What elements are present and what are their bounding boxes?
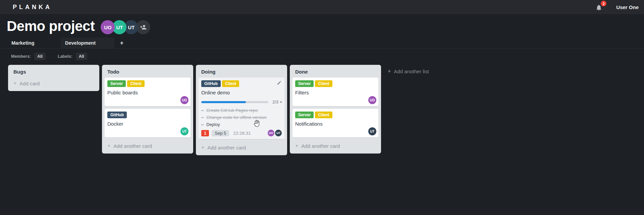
task-dash: – (201, 108, 204, 113)
chevron-down-icon[interactable]: ▾ (280, 100, 282, 104)
cards-container: GitHub Client Online demo 2/3 ▾ – (196, 78, 287, 139)
label-row: Server Client (295, 80, 376, 87)
topbar-right: 2 User One (595, 3, 639, 11)
top-bar: PLANKA 2 User One (0, 0, 644, 14)
list-header: Done (290, 65, 381, 78)
tasks-progress: 2/3 ▾ (201, 99, 282, 104)
card-notification-badge: 1 (201, 130, 209, 136)
list-done: Done Server Client Filters UO Server Cli… (290, 65, 381, 154)
board-tabs: Marketing Development + (0, 38, 644, 49)
list-todo: Todo Server Client Public boards UO GitH… (102, 65, 193, 154)
card-label[interactable]: Client (315, 80, 332, 87)
avatar[interactable]: UT (368, 127, 376, 135)
add-board-button[interactable]: + (114, 38, 129, 48)
task-item[interactable]: – Change code for offline version (201, 115, 282, 120)
notifications-count-badge: 2 (601, 1, 606, 6)
card-label[interactable]: Client (315, 112, 332, 118)
labels-filter-label: Labels: (58, 54, 72, 59)
label-row: Server Client (295, 112, 376, 118)
timer-value[interactable]: 22:26:31 (233, 131, 251, 136)
card-label[interactable]: Server (295, 80, 314, 87)
task-text: Deploy (206, 122, 220, 127)
members-filter-value[interactable]: All (34, 53, 46, 60)
card-title: Online demo (201, 90, 282, 95)
edit-card-button[interactable] (277, 80, 282, 85)
task-dash: – (201, 122, 204, 127)
task-text: Create GitHub Pages repo (206, 108, 258, 113)
avatar[interactable]: UT (180, 127, 189, 135)
add-card-label: Add another card (113, 143, 152, 149)
task-list: – Create GitHub Pages repo – Change code… (201, 108, 282, 127)
list-header: Doing (196, 65, 287, 78)
avatar[interactable]: UT (275, 130, 282, 136)
task-text: Change code for offline version (206, 115, 267, 120)
person-add-icon (140, 24, 147, 31)
tab-development[interactable]: Development (61, 38, 114, 48)
task-dash: – (201, 115, 204, 120)
plus-icon: + (388, 68, 391, 74)
list-title[interactable]: Done (295, 69, 308, 75)
card-filters[interactable]: Server Client Filters UO (292, 78, 378, 106)
list-title[interactable]: Bugs (13, 69, 26, 75)
add-list-label: Add another list (394, 69, 429, 74)
add-card-button[interactable]: + Add another card (196, 142, 287, 154)
list-title[interactable]: Doing (201, 69, 216, 75)
add-member-button[interactable] (136, 20, 150, 34)
plus-icon: + (13, 80, 16, 86)
list-title[interactable]: Todo (107, 69, 119, 75)
card-label[interactable]: Client (222, 80, 239, 87)
card-title: Notifications (295, 121, 376, 127)
avatar[interactable]: UO (180, 96, 189, 104)
add-card-label: Add another card (301, 143, 340, 149)
card-footer: 1 Sep 5 22:26:31 UO UT (201, 130, 282, 136)
card-title: Docker (107, 121, 188, 127)
members-filter-label: Members: (11, 54, 31, 59)
progress-bar (201, 101, 268, 103)
due-date-badge[interactable]: Sep 5 (212, 130, 229, 136)
add-card-button[interactable]: + Add another card (102, 140, 193, 152)
app-logo[interactable]: PLANKA (13, 4, 52, 11)
progress-count: 2/3 (272, 99, 278, 104)
project-title[interactable]: Demo project (7, 18, 95, 34)
plus-icon: + (201, 144, 204, 150)
task-item[interactable]: – Deploy (201, 122, 282, 127)
card-label[interactable]: Client (127, 80, 144, 87)
card-docker[interactable]: GitHub Docker UT (105, 109, 191, 137)
card-members: UO UT (268, 130, 282, 136)
card-notifications[interactable]: Server Client Notifications UT (292, 109, 378, 137)
add-card-button[interactable]: + Add another card (290, 140, 381, 152)
list-header: Todo (102, 65, 193, 78)
cards-container: Server Client Filters UO Server Client N… (290, 78, 381, 137)
label-row: Server Client (107, 80, 188, 87)
label-row: GitHub (107, 112, 188, 118)
add-list-button[interactable]: + Add another list (388, 65, 455, 74)
plus-icon: + (295, 143, 298, 149)
card-label[interactable]: GitHub (107, 112, 127, 118)
user-menu[interactable]: User One (616, 4, 639, 10)
project-members: UO UT UT (101, 20, 150, 34)
label-row: GitHub Client (201, 80, 282, 87)
card-title: Public boards (107, 90, 188, 95)
add-card-label: Add card (19, 81, 40, 86)
tab-marketing[interactable]: Marketing (7, 38, 61, 48)
list-doing: Doing GitHub Client Online demo 2/3 ▾ (196, 65, 287, 155)
card-label[interactable]: Server (295, 112, 314, 118)
add-card-label: Add another card (207, 145, 246, 150)
board: Bugs + Add card Todo Server Client Publi… (0, 60, 644, 155)
progress-fill (201, 101, 246, 103)
avatar[interactable]: UO (268, 130, 274, 136)
list-header: Bugs (8, 65, 99, 78)
card-online-demo[interactable]: GitHub Client Online demo 2/3 ▾ – (199, 78, 284, 139)
avatar[interactable]: UO (368, 96, 376, 104)
pencil-icon (277, 80, 282, 85)
card-public-boards[interactable]: Server Client Public boards UO (105, 78, 191, 106)
card-label[interactable]: GitHub (201, 80, 221, 87)
avatar[interactable]: UO (101, 20, 115, 34)
task-item[interactable]: – Create GitHub Pages repo (201, 108, 282, 113)
card-label[interactable]: Server (107, 80, 126, 87)
cards-container: Server Client Public boards UO GitHub Do… (102, 78, 193, 137)
notifications-button[interactable]: 2 (595, 3, 603, 11)
plus-icon: + (107, 143, 110, 149)
labels-filter-value[interactable]: All (76, 53, 87, 60)
add-card-button[interactable]: + Add card (8, 78, 99, 90)
